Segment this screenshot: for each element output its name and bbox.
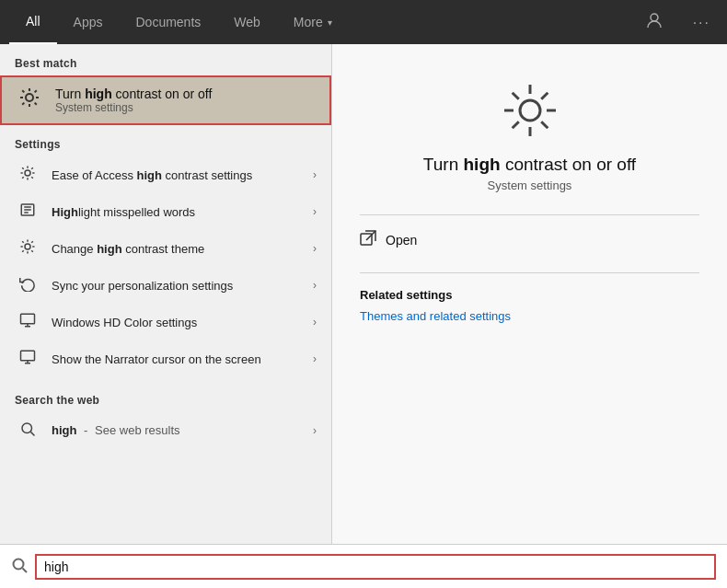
settings-item-0[interactable]: Ease of Access high contrast settings › xyxy=(0,156,331,193)
svg-point-40 xyxy=(520,100,540,121)
settings-list: Ease of Access high contrast settings › … xyxy=(0,156,331,377)
nav-tab-more-label: More xyxy=(294,15,323,29)
more-dropdown-arrow: ▾ xyxy=(328,17,332,28)
related-heading: Related settings xyxy=(360,288,699,302)
settings-icon-0 xyxy=(15,165,40,185)
open-label: Open xyxy=(386,233,417,248)
nav-tab-web-label: Web xyxy=(234,15,260,29)
open-button[interactable]: Open xyxy=(360,230,699,250)
nav-tab-apps[interactable]: Apps xyxy=(57,0,120,44)
settings-section-label: Settings xyxy=(0,125,331,156)
web-see-results: See web results xyxy=(95,423,180,437)
search-icon xyxy=(11,557,28,577)
main-content: Best match Turn high contrast on xyxy=(0,44,727,544)
nav-tab-more[interactable]: More ▾ xyxy=(277,0,349,44)
svg-line-30 xyxy=(31,241,33,243)
nav-tab-all-label: All xyxy=(26,14,40,29)
settings-item-1[interactable]: Highlight misspelled words › xyxy=(0,193,331,230)
settings-arrow-1: › xyxy=(313,205,317,218)
svg-line-31 xyxy=(22,250,24,252)
right-panel-title: Turn high contrast on or off xyxy=(423,155,636,175)
web-section-label: Search the web xyxy=(0,381,331,412)
settings-arrow-3: › xyxy=(313,279,317,292)
svg-point-1 xyxy=(26,94,33,101)
right-panel: Turn high contrast on or off System sett… xyxy=(331,44,727,544)
web-section: Search the web high - See web results › xyxy=(0,381,331,448)
nav-tab-documents[interactable]: Documents xyxy=(119,0,217,44)
settings-icon-4 xyxy=(15,312,40,332)
settings-item-5[interactable]: Show the Narrator cursor on the screen › xyxy=(0,340,331,377)
settings-icon-2 xyxy=(15,238,40,259)
web-arrow: › xyxy=(313,424,317,437)
settings-item-2[interactable]: Change high contrast theme › xyxy=(0,230,331,267)
svg-line-47 xyxy=(541,93,548,99)
settings-item-text-0: Ease of Access high contrast settings xyxy=(52,168,313,182)
svg-rect-32 xyxy=(21,314,35,324)
overflow-icon-btn[interactable]: ··· xyxy=(686,9,718,36)
svg-line-29 xyxy=(31,250,33,252)
svg-line-28 xyxy=(22,241,24,243)
settings-arrow-5: › xyxy=(313,352,317,365)
svg-line-18 xyxy=(22,177,24,179)
svg-point-23 xyxy=(25,244,30,249)
search-input[interactable] xyxy=(35,554,716,580)
nav-right-icons: ··· xyxy=(638,7,718,38)
svg-point-10 xyxy=(25,170,30,176)
person-icon-btn[interactable] xyxy=(638,7,671,38)
web-search-icon xyxy=(15,421,40,440)
open-icon xyxy=(360,230,376,250)
web-sep: - xyxy=(84,423,87,437)
web-keyword: high xyxy=(52,423,76,437)
svg-point-0 xyxy=(651,14,658,21)
svg-rect-35 xyxy=(21,351,35,361)
svg-line-16 xyxy=(31,177,33,179)
left-panel: Best match Turn high contrast on xyxy=(0,44,331,544)
settings-icon-3 xyxy=(15,275,40,295)
svg-line-8 xyxy=(35,90,37,92)
settings-item-text-4: Windows HD Color settings xyxy=(52,316,313,329)
svg-line-6 xyxy=(22,90,24,92)
svg-line-15 xyxy=(22,167,24,169)
overflow-dots: ··· xyxy=(693,15,710,30)
best-match-subtitle: System settings xyxy=(55,101,212,114)
settings-item-3[interactable]: Sync your personalization settings › xyxy=(0,267,331,304)
settings-arrow-4: › xyxy=(313,316,317,329)
settings-item-text-1: Highlight misspelled words xyxy=(52,205,313,219)
best-match-item[interactable]: Turn high contrast on or off System sett… xyxy=(0,75,331,125)
web-search-item[interactable]: high - See web results › xyxy=(0,412,331,448)
top-nav: All Apps Documents Web More ▾ ··· xyxy=(0,0,727,44)
web-item-text: high - See web results xyxy=(52,423,313,437)
settings-icon-1 xyxy=(15,202,40,222)
svg-line-50 xyxy=(366,231,375,240)
nav-tab-web[interactable]: Web xyxy=(217,0,277,44)
nav-tab-apps-label: Apps xyxy=(74,15,103,29)
best-match-label: Best match xyxy=(0,44,331,75)
settings-arrow-0: › xyxy=(313,168,317,181)
person-icon xyxy=(645,11,664,29)
svg-line-7 xyxy=(35,103,37,105)
settings-item-text-5: Show the Narrator cursor on the screen xyxy=(52,352,313,366)
svg-point-51 xyxy=(14,559,24,569)
search-bar xyxy=(0,544,727,588)
related-link[interactable]: Themes and related settings xyxy=(360,309,699,323)
best-match-text: Turn high contrast on or off System sett… xyxy=(55,86,212,114)
best-match-title: Turn high contrast on or off xyxy=(55,86,212,101)
svg-line-48 xyxy=(512,121,518,128)
right-panel-sun-icon xyxy=(501,81,560,140)
nav-tab-documents-label: Documents xyxy=(135,15,201,29)
settings-item-4[interactable]: Windows HD Color settings › xyxy=(0,304,331,340)
settings-icon-5 xyxy=(15,349,40,369)
svg-line-39 xyxy=(30,432,34,435)
svg-line-9 xyxy=(22,103,24,105)
right-panel-divider-2 xyxy=(360,272,699,273)
nav-tab-all[interactable]: All xyxy=(9,0,57,44)
settings-item-text-2: Change high contrast theme xyxy=(52,242,313,256)
svg-line-46 xyxy=(541,121,548,128)
svg-line-45 xyxy=(512,93,518,99)
svg-point-38 xyxy=(22,423,32,433)
best-match-sun-icon xyxy=(17,86,42,114)
settings-arrow-2: › xyxy=(313,242,317,255)
svg-line-52 xyxy=(23,568,28,572)
right-panel-subtitle: System settings xyxy=(488,179,572,192)
settings-item-text-3: Sync your personalization settings xyxy=(52,279,313,293)
